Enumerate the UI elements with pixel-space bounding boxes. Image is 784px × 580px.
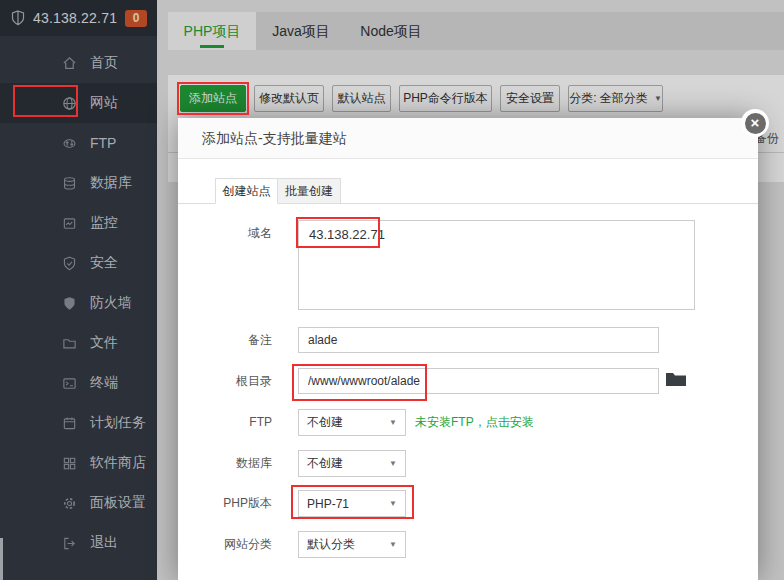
ftp-select-value: 不创建 (307, 414, 343, 431)
database-select-value: 不创建 (307, 455, 343, 472)
tab-create-site[interactable]: 创建站点 (215, 178, 278, 204)
close-button[interactable]: × (741, 109, 769, 137)
chevron-down-icon: ▼ (389, 499, 397, 508)
add-site-modal: 添加站点-支持批量建站 × 创建站点 批量创建 域名 43.138.22.71 … (178, 118, 758, 580)
domain-textarea[interactable]: 43.138.22.71 (298, 220, 695, 310)
php-version-select[interactable]: PHP-71 ▼ (298, 490, 406, 517)
ftp-label: FTP (178, 409, 272, 435)
ftp-select[interactable]: 不创建 ▼ (298, 409, 406, 436)
modal-title: 添加站点-支持批量建站 (178, 118, 758, 159)
note-input[interactable] (298, 327, 659, 353)
browse-folder-icon[interactable] (665, 370, 687, 390)
domain-label: 域名 (178, 220, 272, 246)
site-category-select[interactable]: 默认分类 ▼ (298, 531, 406, 558)
modal-tabbar: 创建站点 批量创建 (215, 178, 341, 204)
chevron-down-icon: ▼ (389, 418, 397, 427)
close-icon: × (745, 113, 766, 134)
tab-batch-create[interactable]: 批量创建 (278, 178, 341, 204)
note-label: 备注 (178, 327, 272, 353)
chevron-down-icon: ▼ (389, 459, 397, 468)
ftp-install-link[interactable]: 未安装FTP，点击安装 (415, 409, 534, 436)
php-version-label: PHP版本 (178, 490, 272, 516)
database-select[interactable]: 不创建 ▼ (298, 450, 406, 477)
site-category-label: 网站分类 (178, 531, 272, 557)
php-version-select-value: PHP-71 (307, 497, 349, 511)
database-label: 数据库 (178, 450, 272, 476)
chevron-down-icon: ▼ (389, 540, 397, 549)
root-dir-label: 根目录 (178, 368, 272, 394)
root-dir-input[interactable] (298, 368, 659, 394)
site-category-select-value: 默认分类 (307, 536, 355, 553)
